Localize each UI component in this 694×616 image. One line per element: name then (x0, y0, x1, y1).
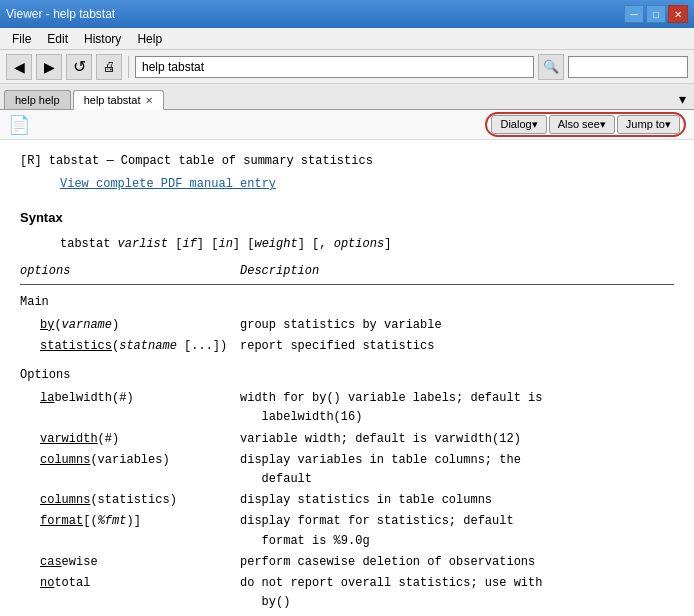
options-group-label: Options (20, 366, 674, 385)
separator (128, 56, 129, 78)
tab-label: help tabstat (84, 94, 141, 106)
menu-history[interactable]: History (76, 30, 129, 48)
back-button[interactable]: ◀ (6, 54, 32, 80)
forward-icon: ▶ (44, 59, 55, 75)
help-content[interactable]: [R] tabstat — Compact table of summary s… (0, 140, 694, 616)
close-button[interactable]: ✕ (668, 5, 688, 23)
menu-edit[interactable]: Edit (39, 30, 76, 48)
option-name-columns-statistics: columns(statistics) (20, 491, 240, 510)
option-row-by: by(varname) group statistics by variable (20, 316, 674, 335)
option-row-columns-variables: columns(variables) display variables in … (20, 451, 674, 489)
options-col-header: options (20, 262, 240, 281)
tab-help-help[interactable]: help help (4, 90, 71, 109)
option-name-nototal: nototal (20, 574, 240, 612)
content-wrapper: 📄 Dialog▾ Also see▾ Jump to▾ [R] (0, 110, 694, 616)
content-area: 📄 Dialog▾ Also see▾ Jump to▾ [R] (0, 110, 694, 616)
back-icon: ◀ (14, 59, 25, 75)
syntax-line: tabstat varlist [if] [in] [weight] [, op… (20, 235, 674, 254)
menubar: File Edit History Help (0, 28, 694, 50)
toolbar: ◀ ▶ ↺ 🖨 🔍 (0, 50, 694, 84)
menu-file[interactable]: File (4, 30, 39, 48)
help-header: [R] tabstat — Compact table of summary s… (20, 152, 674, 171)
option-desc-statistics: report specified statistics (240, 337, 674, 356)
jump-to-label: Jump to▾ (626, 118, 671, 131)
options-table: options Description Main by(varname) gro… (20, 262, 674, 612)
option-name-format: format[(%fmt)] (20, 512, 240, 550)
option-desc-nototal: do not report overall statistics; use wi… (240, 574, 674, 612)
option-desc-casewise: perform casewise deletion of observation… (240, 553, 674, 572)
print-icon: 🖨 (103, 59, 116, 74)
jump-to-button[interactable]: Jump to▾ (617, 115, 680, 134)
option-row-casewise: casewise perform casewise deletion of ob… (20, 553, 674, 572)
pdf-link-line: View complete PDF manual entry (20, 175, 674, 194)
titlebar: Viewer - help tabstat ─ □ ✕ (0, 0, 694, 28)
maximize-button[interactable]: □ (646, 5, 666, 23)
titlebar-controls: ─ □ ✕ (624, 5, 688, 23)
forward-button[interactable]: ▶ (36, 54, 62, 80)
option-desc-labelwidth: width for by() variable labels; default … (240, 389, 674, 427)
option-desc-columns-statistics: display statistics in table columns (240, 491, 674, 510)
option-name-varwidth: varwidth(#) (20, 430, 240, 449)
tab-help-tabstat[interactable]: help tabstat ✕ (73, 90, 164, 110)
tabbar: help help help tabstat ✕ ▾ (0, 84, 694, 110)
option-desc-by: group statistics by variable (240, 316, 674, 335)
refresh-button[interactable]: ↺ (66, 54, 92, 80)
tab-chevron[interactable]: ▾ (675, 89, 690, 109)
options-header: options Description (20, 262, 674, 284)
option-row-format: format[(%fmt)] display format for statis… (20, 512, 674, 550)
address-input[interactable] (135, 56, 534, 78)
option-row-statistics: statistics(statname [...]) report specif… (20, 337, 674, 356)
option-row-varwidth: varwidth(#) variable width; default is v… (20, 430, 674, 449)
option-desc-columns-variables: display variables in table columns; the … (240, 451, 674, 489)
tab-label: help help (15, 94, 60, 106)
syntax-section-title: Syntax (20, 208, 674, 229)
print-button[interactable]: 🖨 (96, 54, 122, 80)
titlebar-title: Viewer - help tabstat (6, 7, 115, 21)
option-row-columns-statistics: columns(statistics) display statistics i… (20, 491, 674, 510)
also-see-label: Also see▾ (558, 118, 606, 131)
go-icon: 🔍 (543, 59, 559, 74)
search-area (568, 56, 688, 78)
option-desc-format: display format for statistics; default f… (240, 512, 674, 550)
option-name-statistics: statistics(statname [...]) (20, 337, 240, 356)
refresh-icon: ↺ (73, 57, 86, 76)
main-group-label: Main (20, 293, 674, 312)
oval-highlight: Dialog▾ Also see▾ Jump to▾ (485, 112, 686, 137)
content-toolbar: 📄 Dialog▾ Also see▾ Jump to▾ (0, 110, 694, 140)
search-input[interactable] (568, 56, 688, 78)
address-bar: 🔍 (135, 54, 564, 80)
pdf-link[interactable]: View complete PDF manual entry (60, 177, 276, 191)
description-col-header: Description (240, 262, 674, 281)
content-toolbar-right: Dialog▾ Also see▾ Jump to▾ (485, 112, 686, 137)
option-row-nototal: nototal do not report overall statistics… (20, 574, 674, 612)
option-row-labelwidth: labelwidth(#) width for by() variable la… (20, 389, 674, 427)
go-button[interactable]: 🔍 (538, 54, 564, 80)
dialog-button[interactable]: Dialog▾ (491, 115, 546, 134)
minimize-button[interactable]: ─ (624, 5, 644, 23)
option-desc-varwidth: variable width; default is varwidth(12) (240, 430, 674, 449)
option-name-by: by(varname) (20, 316, 240, 335)
menu-help[interactable]: Help (129, 30, 170, 48)
dialog-label: Dialog▾ (500, 118, 537, 131)
option-name-casewise: casewise (20, 553, 240, 572)
option-name-columns-variables: columns(variables) (20, 451, 240, 489)
tab-close-button[interactable]: ✕ (145, 95, 153, 106)
option-name-labelwidth: labelwidth(#) (20, 389, 240, 427)
new-document-icon[interactable]: 📄 (8, 114, 30, 136)
also-see-button[interactable]: Also see▾ (549, 115, 615, 134)
